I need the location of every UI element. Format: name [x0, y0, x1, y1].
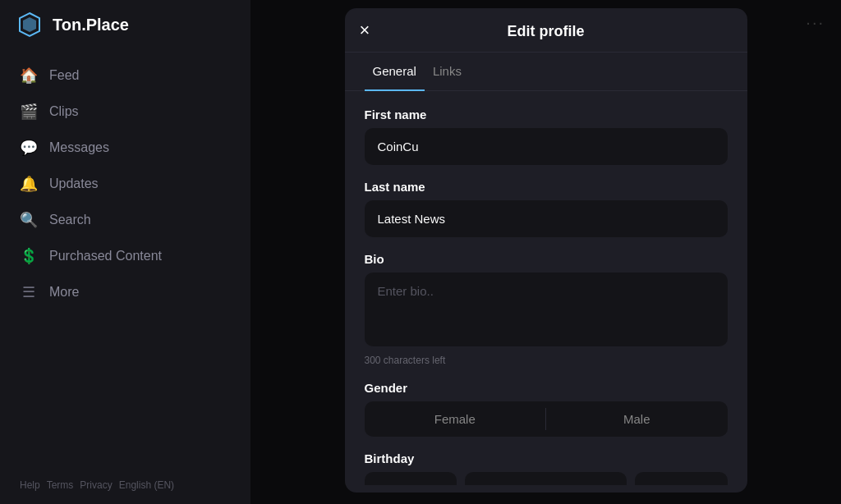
modal-title: Edit profile — [508, 23, 585, 40]
birthday-label: Birthday — [365, 451, 728, 465]
first-name-input[interactable] — [365, 128, 728, 165]
logo-text: Ton.Place — [53, 16, 129, 34]
bio-input[interactable] — [365, 273, 728, 346]
gender-label: Gender — [365, 381, 728, 395]
sidebar-item-purchased-content[interactable]: 💲 Purchased Content — [0, 238, 250, 274]
sidebar-item-messages[interactable]: 💬 Messages — [0, 130, 250, 166]
terms-link[interactable]: Terms — [47, 479, 74, 491]
sidebar-item-label: Purchased Content — [49, 249, 162, 263]
birthday-year-select[interactable]: Year — [635, 472, 728, 485]
sidebar-item-label: More — [49, 285, 79, 300]
sidebar-item-label: Updates — [49, 176, 99, 191]
logo-area: Ton.Place — [0, 0, 250, 49]
bio-group: Bio 300 characters left — [365, 252, 728, 366]
gender-male-button[interactable]: Male — [546, 401, 728, 437]
language-link[interactable]: English (EN) — [119, 479, 174, 491]
sidebar-item-more[interactable]: ☰ More — [0, 274, 250, 310]
messages-icon: 💬 — [20, 139, 38, 157]
last-name-input[interactable] — [365, 200, 728, 237]
birthday-group: Birthday Day Month Year — [365, 451, 728, 485]
sidebar-item-clips[interactable]: 🎬 Clips — [0, 94, 250, 130]
birthday-row: Day Month Year — [365, 472, 728, 485]
last-name-group: Last name — [365, 180, 728, 237]
main-area: ··· × Edit profile General Links First n… — [250, 0, 841, 504]
save-btn-area: Save — [345, 485, 747, 493]
birthday-month-select[interactable]: Month — [465, 472, 627, 485]
sidebar: Ton.Place 🏠 Feed 🎬 Clips 💬 Messages 🔔 Up… — [0, 0, 250, 504]
sidebar-item-updates[interactable]: 🔔 Updates — [0, 166, 250, 202]
gender-group: Gender Female Male — [365, 381, 728, 437]
nav-list: 🏠 Feed 🎬 Clips 💬 Messages 🔔 Updates 🔍 Se… — [0, 49, 250, 466]
svg-marker-1 — [23, 17, 36, 32]
home-icon: 🏠 — [20, 66, 38, 85]
birthday-day-select[interactable]: Day — [365, 472, 457, 485]
privacy-link[interactable]: Privacy — [80, 479, 112, 491]
modal-header: × Edit profile — [345, 8, 747, 53]
footer-links: Help Terms Privacy English (EN) — [0, 466, 250, 504]
sidebar-item-search[interactable]: 🔍 Search — [0, 202, 250, 238]
sidebar-item-label: Clips — [49, 104, 79, 119]
clips-icon: 🎬 — [20, 103, 38, 121]
sidebar-item-label: Feed — [49, 68, 79, 83]
search-icon: 🔍 — [20, 211, 38, 229]
tab-general[interactable]: General — [365, 53, 425, 91]
sidebar-item-label: Search — [49, 213, 91, 227]
form-body: First name Last name Bio 300 characters … — [345, 91, 747, 485]
more-icon: ☰ — [20, 283, 38, 301]
last-name-label: Last name — [365, 180, 728, 194]
help-link[interactable]: Help — [20, 479, 40, 491]
sidebar-item-label: Messages — [49, 140, 109, 155]
dollar-icon: 💲 — [20, 247, 38, 265]
tab-links[interactable]: Links — [425, 53, 470, 91]
bio-label: Bio — [365, 252, 728, 266]
close-button[interactable]: × — [360, 21, 370, 39]
sidebar-item-feed[interactable]: 🏠 Feed — [0, 57, 250, 94]
first-name-group: First name — [365, 108, 728, 165]
updates-icon: 🔔 — [20, 175, 38, 193]
first-name-label: First name — [365, 108, 728, 121]
edit-profile-modal: × Edit profile General Links First name … — [345, 8, 747, 493]
tabs: General Links — [345, 53, 747, 91]
gender-female-button[interactable]: Female — [365, 401, 546, 437]
logo-icon — [16, 11, 43, 38]
gender-toggle: Female Male — [365, 401, 728, 437]
char-count: 300 characters left — [365, 355, 728, 366]
modal-overlay: × Edit profile General Links First name … — [250, 0, 841, 504]
